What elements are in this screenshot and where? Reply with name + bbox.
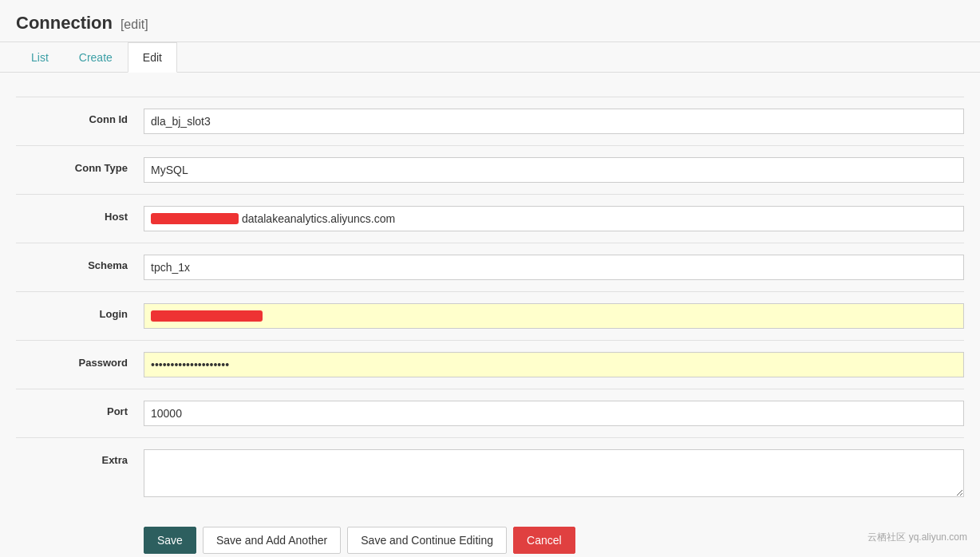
form-row-schema: Schema	[16, 243, 964, 291]
input-conn-type[interactable]	[144, 157, 964, 183]
field-port	[144, 401, 964, 426]
cancel-button[interactable]: Cancel	[513, 527, 575, 554]
page-edit-label: [edit]	[121, 18, 148, 31]
input-schema[interactable]	[144, 255, 964, 280]
form-row-login: Login	[16, 291, 964, 340]
label-conn-type: Conn Type	[16, 157, 144, 174]
input-extra[interactable]	[144, 449, 964, 497]
field-conn-id	[144, 109, 964, 134]
host-redacted-block	[151, 213, 239, 224]
form-row-extra: Extra	[16, 437, 964, 511]
form-row-port: Port	[16, 389, 964, 437]
form-row-conn-type: Conn Type	[16, 145, 964, 194]
label-login: Login	[16, 303, 144, 320]
host-text: datalakeanalytics.aliyuncs.com	[242, 212, 395, 225]
tab-list[interactable]: List	[16, 42, 64, 72]
label-host: Host	[16, 206, 144, 223]
tab-edit[interactable]: Edit	[128, 42, 177, 73]
tabs-bar: List Create Edit	[0, 42, 980, 73]
field-schema	[144, 255, 964, 280]
label-password: Password	[16, 352, 144, 369]
watermark: 云栖社区 yq.aliyun.com	[867, 531, 967, 544]
field-conn-type	[144, 157, 964, 183]
field-extra	[144, 449, 964, 500]
field-login	[144, 303, 964, 329]
host-value-container[interactable]: datalakeanalytics.aliyuncs.com	[144, 206, 964, 231]
save-button[interactable]: Save	[144, 527, 196, 554]
content-area: Conn Id Conn Type Host datalakeanalytics…	[0, 73, 980, 557]
page-title: Connection	[16, 13, 113, 33]
login-value-container[interactable]	[144, 303, 964, 329]
field-host: datalakeanalytics.aliyuncs.com	[144, 206, 964, 231]
input-password[interactable]	[144, 352, 964, 377]
login-redacted-block	[151, 310, 263, 322]
save-add-button[interactable]: Save and Add Another	[203, 527, 341, 554]
tab-create[interactable]: Create	[64, 42, 128, 72]
form-actions: Save Save and Add Another Save and Conti…	[16, 511, 964, 557]
input-port[interactable]	[144, 401, 964, 426]
label-schema: Schema	[16, 255, 144, 271]
input-conn-id[interactable]	[144, 109, 964, 134]
label-port: Port	[16, 401, 144, 417]
connection-form: Conn Id Conn Type Host datalakeanalytics…	[16, 97, 964, 557]
save-continue-button[interactable]: Save and Continue Editing	[347, 527, 507, 554]
form-row-host: Host datalakeanalytics.aliyuncs.com	[16, 194, 964, 243]
label-extra: Extra	[16, 449, 144, 466]
label-conn-id: Conn Id	[16, 109, 144, 125]
page-header: Connection [edit]	[0, 0, 980, 42]
form-row-conn-id: Conn Id	[16, 97, 964, 145]
field-password	[144, 352, 964, 377]
form-row-password: Password	[16, 340, 964, 389]
